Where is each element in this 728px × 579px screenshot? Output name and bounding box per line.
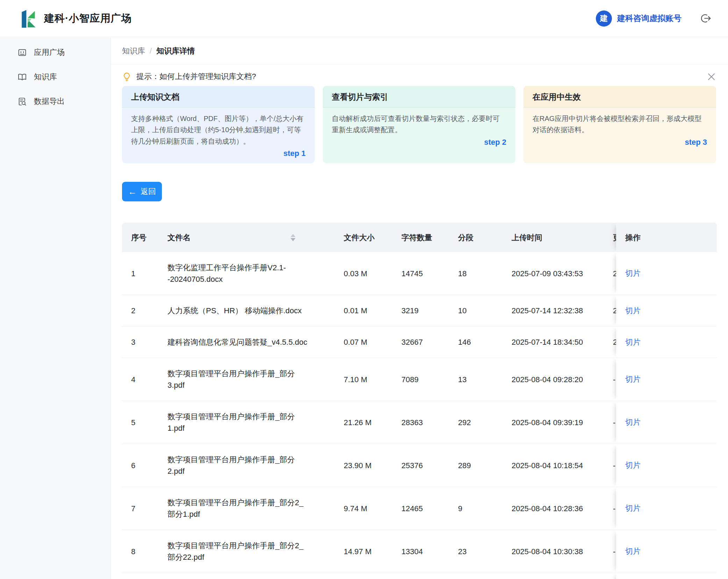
logout-icon[interactable]: [700, 13, 711, 24]
cell-action: 切片: [616, 530, 717, 573]
breadcrumb: 知识库 / 知识库详情: [122, 46, 195, 56]
slice-link[interactable]: 切片: [625, 460, 641, 471]
table-row: 9 附录一《数字监理APP简易操作指南》V3.4_部分1.doc 0.01 M …: [122, 573, 717, 579]
sidebar-item-app-plaza[interactable]: 应用广场: [0, 40, 110, 65]
cell-action: 切片: [616, 295, 717, 326]
cell-index: 7: [122, 503, 167, 514]
cell-size: 0.03 M: [332, 268, 390, 279]
company-logo-icon: [18, 9, 38, 28]
breadcrumb-current: 知识库详情: [156, 46, 195, 56]
header-filename: 文件名: [167, 232, 332, 243]
cell-uploaded: 2025-08-04 10:30:38: [503, 546, 605, 557]
cell-index: 8: [122, 546, 167, 557]
back-button-label: 返回: [141, 186, 156, 197]
table-row: 8 数字项目管理平台用户操作手册_部分2_部分22.pdf 14.97 M 13…: [122, 530, 717, 573]
table-row: 5 数字项目管理平台用户操作手册_部分1.pdf 21.26 M 28363 2…: [122, 401, 717, 444]
table-body: 1 数字化监理工作平台操作手册V2.1--20240705.docx 0.03 …: [122, 252, 717, 579]
cell-segments: 9: [449, 503, 503, 514]
slice-link[interactable]: 切片: [625, 417, 641, 428]
step-card-body: 自动解析成功后可查看切片数量与索引状态，必要时可重新生成或调整配置。: [323, 108, 515, 136]
cell-index: 1: [122, 268, 167, 279]
cell-chars: 7089: [390, 374, 449, 385]
cell-chars: 13304: [390, 546, 449, 557]
breadcrumb-separator: /: [150, 47, 152, 56]
tip-bar: 提示：如何上传并管理知识库文档?: [122, 69, 716, 84]
cell-filename: 建科咨询信息化常见问题答疑_v4.5.5.doc: [167, 336, 332, 348]
lightbulb-icon: [122, 72, 131, 81]
step-card-slices: 查看切片与索引 自动解析成功后可查看切片数量与索引状态，必要时可重新生成或调整配…: [323, 86, 515, 163]
slice-link[interactable]: 切片: [625, 337, 641, 348]
cell-action: 切片: [616, 487, 717, 530]
cell-filename: 数字项目管理平台用户操作手册_部分3.pdf: [167, 368, 332, 391]
slice-link[interactable]: 切片: [625, 503, 641, 514]
cell-action: 切片: [616, 401, 717, 444]
cell-filename: 人力系统（PS、HR） 移动端操作.docx: [167, 305, 332, 316]
back-button[interactable]: ← 返回: [122, 182, 162, 201]
cell-size: 9.74 M: [332, 503, 390, 514]
step-card-upload: 上传知识文档 支持多种格式（Word、PDF、图片等），单个/总大小有上限，上传…: [122, 86, 315, 163]
documents-table: 序号 文件名 文件大小 字符数量 分段 上传时间 更 操作 1 数字化监理工作平…: [122, 223, 717, 579]
cell-filename: 数字项目管理平台用户操作手册_部分2_部分1.pdf: [167, 497, 332, 520]
step-badge: step 3: [523, 138, 716, 147]
cell-action: 切片: [616, 573, 717, 579]
step-card-body: 支持多种格式（Word、PDF、图片等），单个/总大小有上限，上传后自动处理（约…: [122, 108, 315, 147]
slice-link[interactable]: 切片: [625, 374, 641, 385]
sidebar-item-label: 应用广场: [34, 47, 65, 58]
cell-action: 切片: [616, 327, 717, 358]
cell-index: 5: [122, 417, 167, 428]
cell-segments: 289: [449, 460, 503, 471]
sidebar-item-knowledge-base[interactable]: 知识库: [0, 65, 110, 89]
sort-icon[interactable]: [291, 234, 295, 241]
cell-uploaded: 2025-08-04 09:28:20: [503, 374, 605, 385]
cell-action: 切片: [616, 358, 717, 401]
cell-action: 切片: [616, 444, 717, 487]
cell-uploaded: 2025-08-04 09:39:19: [503, 417, 605, 428]
header-action: 操作: [616, 223, 717, 252]
cell-segments: 10: [449, 305, 503, 316]
tip-text: 提示：如何上传并管理知识库文档?: [136, 71, 256, 82]
sidebar-item-label: 知识库: [34, 72, 57, 82]
cell-index: 4: [122, 374, 167, 385]
back-arrow-icon: ←: [128, 187, 137, 196]
table-row: 4 数字项目管理平台用户操作手册_部分3.pdf 7.10 M 7089 13 …: [122, 358, 717, 401]
account-name[interactable]: 建科咨询虚拟账号: [617, 13, 681, 24]
cell-index: 2: [122, 305, 167, 316]
cell-filename: 数字化监理工作平台操作手册V2.1--20240705.docx: [167, 262, 332, 285]
header-uploaded: 上传时间: [503, 232, 605, 243]
step-card-body: 在RAG应用中切片将会被模型检索并召回，形成大模型对话的依据语料。: [523, 108, 716, 136]
sidebar-item-data-export[interactable]: 数据导出: [0, 89, 110, 114]
step-card-title: 在应用中生效: [523, 86, 716, 108]
cell-size: 7.10 M: [332, 374, 390, 385]
cell-size: 23.90 M: [332, 460, 390, 471]
step-card-title: 上传知识文档: [122, 86, 315, 108]
slice-link[interactable]: 切片: [625, 306, 641, 316]
table-row: 6 数字项目管理平台用户操作手册_部分2.pdf 23.90 M 25376 2…: [122, 444, 717, 487]
slice-link[interactable]: 切片: [625, 268, 641, 279]
cell-uploaded: 2025-08-04 10:28:36: [503, 503, 605, 514]
cell-chars: 32667: [390, 336, 449, 348]
cell-uploaded: 2025-07-14 18:34:50: [503, 336, 605, 348]
cell-size: 14.97 M: [332, 546, 390, 557]
slice-link[interactable]: 切片: [625, 546, 641, 557]
avatar[interactable]: 建: [596, 10, 612, 27]
step-cards: 上传知识文档 支持多种格式（Word、PDF、图片等），单个/总大小有上限，上传…: [122, 86, 716, 163]
cell-segments: 18: [449, 268, 503, 279]
cell-chars: 12465: [390, 503, 449, 514]
export-icon: [17, 97, 27, 106]
cell-index: 3: [122, 336, 167, 348]
table-row: 7 数字项目管理平台用户操作手册_部分2_部分1.pdf 9.74 M 1246…: [122, 487, 717, 530]
cell-chars: 14745: [390, 268, 449, 279]
sidebar: 应用广场 知识库 数据导出: [0, 37, 111, 579]
cell-size: 21.26 M: [332, 417, 390, 428]
cell-filename: 数字项目管理平台用户操作手册_部分1.pdf: [167, 411, 332, 434]
header-index: 序号: [122, 232, 167, 243]
header-size: 文件大小: [332, 232, 390, 243]
cell-uploaded: 2025-07-14 12:32:38: [503, 305, 605, 316]
cell-size: 0.07 M: [332, 336, 390, 348]
cell-size: 0.01 M: [332, 305, 390, 316]
cell-uploaded: 2025-07-09 03:43:53: [503, 268, 605, 279]
table-header-row: 序号 文件名 文件大小 字符数量 分段 上传时间 更 操作: [122, 223, 717, 252]
cell-segments: 146: [449, 336, 503, 348]
close-icon[interactable]: [707, 72, 716, 81]
breadcrumb-parent[interactable]: 知识库: [122, 46, 145, 56]
